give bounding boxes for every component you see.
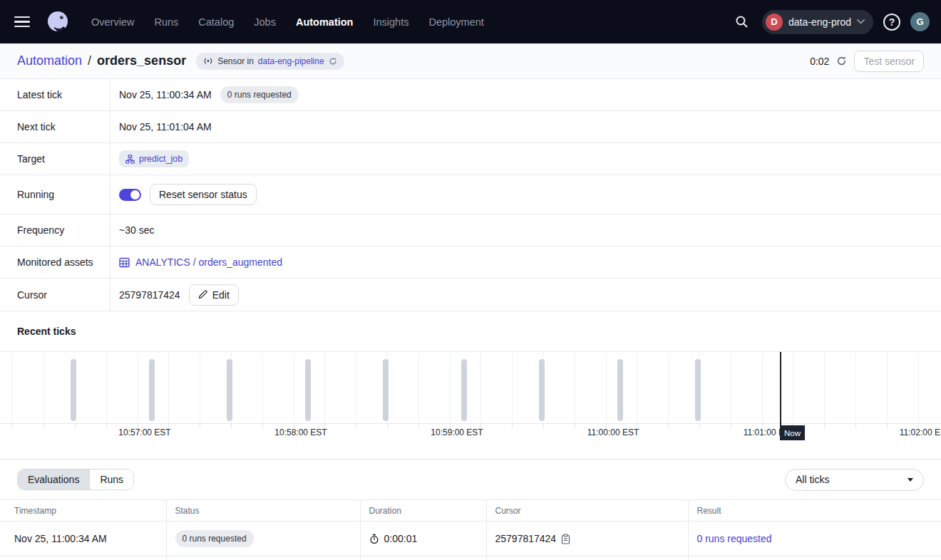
frequency-row: Frequency ~30 sec — [0, 214, 941, 247]
chart-axis-tick — [543, 423, 544, 428]
target-job-link[interactable]: predict_job — [119, 150, 189, 167]
chart-gridline — [43, 352, 44, 423]
monitored-assets-row: Monitored assets ANALYTICS / orders_augm… — [0, 247, 941, 279]
now-marker-label: Now — [780, 425, 805, 440]
page-header: Automation / orders_sensor Sensor in dat… — [0, 43, 941, 79]
chart-gridline — [450, 352, 451, 423]
sensor-tick-bar[interactable] — [71, 359, 76, 421]
running-row: Running Reset sensor status — [0, 175, 941, 214]
refresh-icon[interactable] — [836, 56, 847, 66]
monitored-assets-label: Monitored assets — [0, 247, 110, 278]
deployment-switcher[interactable]: D data-eng-prod — [762, 10, 873, 34]
chart-gridline — [918, 352, 919, 423]
tick-filter-value: All ticks — [796, 474, 829, 485]
chart-axis-tick — [231, 423, 232, 428]
search-icon[interactable] — [731, 11, 752, 33]
monitored-asset-link[interactable]: ANALYTICS / orders_augmented — [119, 256, 282, 268]
sensor-tick-bar[interactable] — [617, 359, 623, 421]
nav-item-insights[interactable]: Insights — [373, 16, 408, 28]
page-title: orders_sensor — [97, 53, 186, 68]
chart-gridline — [324, 352, 325, 423]
nav-item-catalog[interactable]: Catalog — [198, 16, 234, 28]
table-row: Nov 25, 11:00:34 AM 0 runs requested 0:0… — [0, 522, 941, 556]
chart-gridline — [606, 352, 607, 423]
cursor-edit-button[interactable]: Edit — [189, 284, 239, 306]
chevron-down-icon — [857, 19, 865, 24]
copy-clipboard-icon[interactable] — [561, 534, 570, 544]
col-duration: Duration — [360, 500, 486, 522]
sensor-tick-bar[interactable] — [461, 359, 467, 421]
chart-axis-label: 10:58:00 EST — [274, 427, 326, 437]
breadcrumb-automation-link[interactable]: Automation — [17, 53, 82, 68]
help-icon[interactable]: ? — [883, 14, 900, 31]
sensor-tick-bar[interactable] — [695, 359, 701, 421]
chart-gridline — [637, 352, 637, 423]
sensor-tick-bar[interactable] — [149, 359, 155, 421]
chart-gridline — [762, 352, 763, 423]
chart-gridline — [12, 352, 13, 423]
chart-gridline — [356, 352, 356, 423]
monitored-asset-key: ANALYTICS / orders_augmented — [135, 256, 282, 268]
target-job-name: predict_job — [139, 154, 182, 164]
running-toggle[interactable] — [119, 189, 141, 201]
table-row-partial — [0, 556, 941, 560]
sensor-tick-bar[interactable] — [227, 359, 232, 421]
dagster-logo-icon[interactable] — [44, 9, 71, 36]
chart-axis-tick — [575, 423, 575, 428]
nav-item-runs[interactable]: Runs — [154, 16, 178, 28]
nav-item-automation[interactable]: Automation — [296, 16, 354, 28]
chart-axis-tick — [106, 423, 107, 428]
cursor-row: Cursor 25797817424 Edit — [0, 279, 941, 311]
tab-runs[interactable]: Runs — [90, 470, 133, 489]
col-status: Status — [166, 500, 360, 522]
running-label: Running — [0, 175, 110, 214]
chart-gridline — [668, 352, 669, 423]
chart-gridline — [855, 352, 856, 423]
nav-items: OverviewRunsCatalogJobsAutomationInsight… — [91, 16, 484, 28]
latest-tick-label: Latest tick — [0, 79, 110, 110]
evaluations-toolbar: Evaluations Runs All ticks — [0, 460, 941, 499]
test-sensor-button[interactable]: Test sensor — [854, 51, 924, 72]
reload-location-icon[interactable] — [329, 57, 337, 66]
chart-gridline — [731, 352, 731, 423]
chart-axis-tick — [12, 423, 13, 428]
chart-axis-tick — [855, 423, 856, 428]
chart-axis-tick — [731, 423, 731, 428]
chart-axis-label: 10:59:00 EST — [431, 427, 483, 437]
user-avatar[interactable]: G — [910, 12, 930, 31]
chart-gridline — [575, 352, 575, 423]
next-tick-timestamp: Nov 25, 11:01:04 AM — [119, 121, 212, 133]
nav-item-jobs[interactable]: Jobs — [254, 16, 276, 28]
frequency-value: ~30 sec — [119, 224, 154, 236]
tick-filter-dropdown[interactable]: All ticks — [785, 469, 924, 491]
chart-gridline — [294, 352, 294, 423]
latest-tick-status-badge: 0 runs requested — [220, 86, 299, 103]
hamburger-menu-icon[interactable] — [14, 12, 34, 32]
nav-item-overview[interactable]: Overview — [91, 16, 134, 28]
sensor-icon — [203, 57, 213, 65]
latest-tick-timestamp: Nov 25, 11:00:34 AM — [119, 89, 212, 100]
chart-gridline — [887, 352, 888, 423]
job-icon — [125, 155, 135, 164]
asset-table-icon — [119, 257, 130, 268]
chart-gridline — [200, 352, 200, 423]
nav-item-deployment[interactable]: Deployment — [428, 16, 483, 28]
chart-axis-tick — [824, 423, 825, 428]
evaluations-table: Timestamp Status Duration Cursor Result … — [0, 499, 941, 560]
cell-result-link[interactable]: 0 runs requested — [697, 533, 772, 544]
recent-ticks-chart[interactable]: 10:57:00 EST10:58:00 EST10:59:00 EST11:0… — [0, 351, 941, 442]
cursor-edit-label: Edit — [212, 289, 230, 301]
sensor-tick-bar[interactable] — [383, 359, 389, 421]
col-cursor: Cursor — [486, 500, 688, 522]
code-location-link[interactable]: data-eng-pipeline — [258, 56, 324, 66]
chart-axis-tick — [387, 423, 388, 428]
cursor-value: 25797817424 — [119, 289, 180, 301]
sensor-tick-bar[interactable] — [305, 359, 311, 421]
col-timestamp: Timestamp — [0, 500, 166, 522]
next-tick-label: Next tick — [0, 111, 110, 142]
sensor-tick-bar[interactable] — [539, 359, 545, 421]
reset-sensor-status-button[interactable]: Reset sensor status — [150, 184, 257, 205]
chart-gridline — [824, 352, 825, 423]
tab-evaluations[interactable]: Evaluations — [18, 470, 90, 489]
cell-timestamp: Nov 25, 11:00:34 AM — [0, 522, 166, 556]
